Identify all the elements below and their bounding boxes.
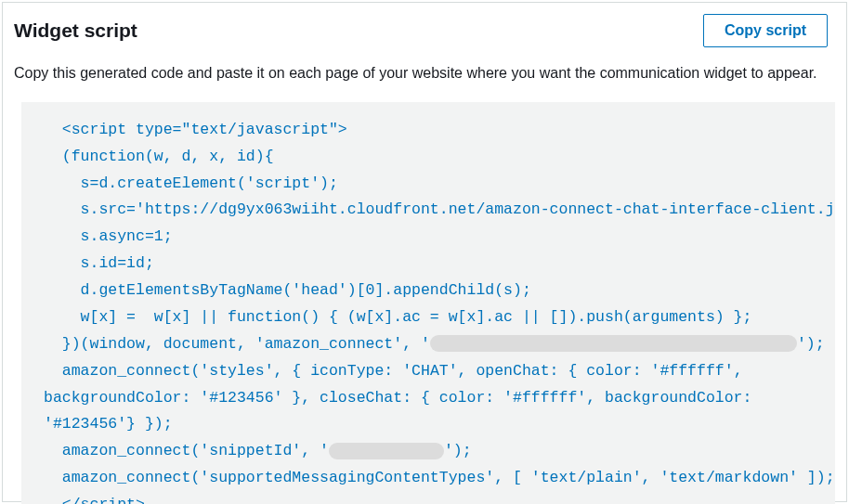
redacted-snippet-id — [329, 443, 444, 459]
widget-script-panel: Widget script Copy script Copy this gene… — [2, 2, 847, 502]
code-line: s=d.createElement('script'); — [44, 174, 338, 192]
code-block[interactable]: <script type="text/javascript"> (functio… — [21, 102, 835, 504]
code-line-iife-close: })(window, document, 'amazon_connect', '… — [44, 335, 825, 353]
code-line: s.id=id; — [44, 254, 154, 272]
code-line-close: </script> — [44, 496, 145, 504]
code-line: <script type="text/javascript"> — [44, 121, 347, 138]
panel-description: Copy this generated code and paste it on… — [3, 55, 846, 102]
redacted-id — [430, 335, 797, 352]
code-line: (function(w, d, x, id){ — [44, 148, 274, 165]
code-line: d.getElementsByTagName('head')[0].append… — [44, 281, 531, 299]
code-line-snippet: amazon_connect('snippetId', ''); — [44, 442, 472, 459]
code-line: s.async=1; — [44, 227, 173, 245]
code-line: w[x] = w[x] || function() { (w[x].ac = w… — [44, 308, 751, 326]
panel-header: Widget script Copy script — [3, 3, 846, 55]
panel-title: Widget script — [14, 19, 137, 42]
code-line: s.src='https://dg9yx063wiiht.cloudfront.… — [44, 200, 835, 218]
copy-script-button[interactable]: Copy script — [703, 14, 828, 47]
code-line-content-types: amazon_connect('supportedMessagingConten… — [44, 469, 835, 486]
code-line-styles: amazon_connect('styles', { iconType: 'CH… — [44, 358, 820, 439]
